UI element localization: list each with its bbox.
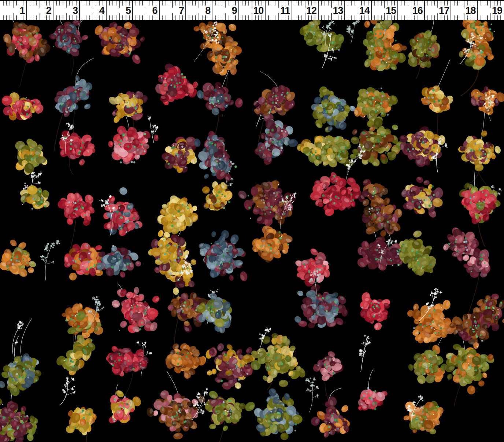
ruler-tick	[487, 1, 488, 5]
ruler-tick	[461, 1, 462, 5]
ruler-tick	[355, 1, 355, 5]
ruler-inch-line	[344, 1, 345, 20]
ruler-tick	[348, 15, 349, 20]
ruler-tick	[10, 1, 10, 5]
ruler-tick	[215, 1, 216, 5]
ruler-tick	[182, 15, 183, 20]
ruler-inch-line	[292, 1, 292, 20]
ruler-inch-line	[451, 1, 451, 20]
ruler-number: 15	[381, 5, 396, 15]
ruler-tick	[96, 15, 97, 20]
ruler-tick	[467, 15, 468, 20]
ruler-tick	[351, 1, 352, 5]
ruler-tick	[408, 15, 408, 20]
ruler-tick	[308, 15, 309, 20]
ruler-tick	[122, 1, 123, 5]
ruler-tick	[321, 1, 322, 5]
ruler-tick	[348, 1, 349, 5]
ruler-tick	[245, 1, 246, 5]
ruler-tick	[282, 15, 282, 20]
ruler-tick	[56, 15, 57, 20]
ruler-tick	[388, 15, 388, 20]
ruler-tick	[242, 1, 242, 5]
ruler-number: 9	[222, 5, 237, 15]
ruler-tick	[76, 15, 77, 20]
ruler-tick	[112, 15, 113, 20]
ruler-tick	[192, 1, 193, 5]
ruler-tick	[169, 1, 170, 5]
ruler-tick	[487, 15, 488, 20]
ruler-tick	[315, 15, 315, 20]
ruler-tick	[457, 1, 458, 5]
ruler-tick	[325, 1, 325, 5]
ruler-tick	[471, 15, 471, 20]
ruler-tick	[222, 1, 223, 5]
ruler-tick	[368, 15, 368, 20]
ruler-tick	[59, 15, 60, 20]
ruler-inch-line	[265, 1, 266, 20]
ruler-tick	[427, 1, 428, 5]
ruler-tick	[112, 1, 113, 5]
ruler-tick	[431, 15, 431, 20]
ruler-tick	[83, 1, 84, 5]
ruler-inch-line	[238, 1, 239, 20]
ruler-tick	[96, 1, 97, 5]
ruler-inch-line	[159, 1, 160, 20]
ruler-tick	[33, 15, 34, 20]
ruler-tick	[258, 15, 259, 20]
ruler-tick	[195, 15, 196, 20]
ruler-inch-line	[106, 1, 107, 20]
ruler-tick	[321, 15, 322, 20]
ruler-number: 10	[248, 5, 263, 15]
ruler-tick	[328, 1, 329, 5]
ruler-tick	[20, 15, 21, 20]
ruler-tick	[418, 15, 418, 20]
ruler-tick	[248, 1, 249, 5]
ruler-tick	[23, 15, 24, 20]
ruler-number: 18	[460, 5, 476, 15]
ruler-tick	[30, 1, 30, 5]
ruler-tick	[381, 1, 382, 5]
ruler-inch-line	[79, 1, 80, 20]
ruler-tick	[149, 1, 150, 5]
ruler-tick	[242, 15, 242, 20]
ruler-tick	[189, 1, 189, 5]
ruler-tick	[63, 15, 63, 20]
ruler-number: 5	[115, 5, 131, 15]
ruler-tick	[162, 15, 163, 20]
ruler-tick	[3, 1, 4, 5]
ruler-tick	[86, 1, 87, 5]
ruler-tick	[268, 1, 269, 5]
ruler-number: 1	[9, 5, 25, 15]
ruler-tick	[421, 15, 422, 20]
ruler-tick	[272, 1, 273, 5]
ruler-inch-line	[212, 1, 212, 20]
ruler-tick	[69, 1, 70, 5]
ruler-tick	[235, 15, 236, 20]
ruler-tick	[378, 1, 378, 5]
ruler-tick	[394, 15, 395, 20]
ruler-tick	[116, 15, 116, 20]
ruler-number: 6	[142, 5, 158, 15]
ruler-tick	[434, 1, 435, 5]
ruler-tick	[16, 15, 17, 20]
ruler-tick	[378, 15, 378, 20]
ruler-tick	[43, 15, 44, 20]
ruler-tick	[391, 15, 392, 20]
ruler-tick	[262, 15, 262, 20]
ruler-tick	[484, 15, 485, 20]
ruler: 12345678910111213141516171819	[0, 0, 504, 20]
ruler-tick	[454, 1, 455, 5]
ruler-tick	[481, 1, 481, 5]
ruler-inch-line	[477, 1, 478, 20]
ruler-tick	[166, 15, 166, 20]
ruler-tick	[255, 15, 256, 20]
ruler-tick	[374, 1, 375, 5]
ruler-tick	[481, 15, 481, 20]
ruler-tick	[431, 1, 431, 5]
ruler-tick	[156, 15, 156, 20]
ruler-number: 3	[62, 5, 78, 15]
ruler-tick	[152, 15, 153, 20]
ruler-inch-line	[424, 1, 425, 20]
ruler-tick	[36, 15, 37, 20]
